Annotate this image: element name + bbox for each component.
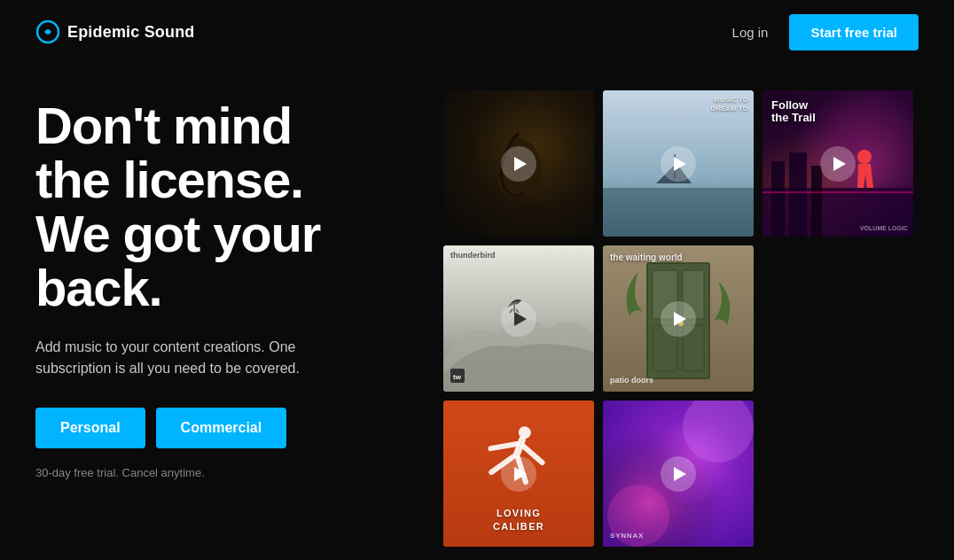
album-card-8[interactable]: SYNNAX	[603, 401, 754, 547]
play-button-7[interactable]	[501, 456, 536, 492]
album-title-5: the waiting world	[610, 253, 683, 263]
play-button-5[interactable]	[661, 301, 696, 337]
album-sublabel-5: patio doors	[610, 376, 653, 385]
album-card-4[interactable]: thunderbird tw	[443, 245, 594, 392]
album-title-7: LOVINGCALIBER	[443, 507, 594, 533]
svg-text:tw: tw	[453, 373, 462, 381]
album-card-7[interactable]: LOVINGCALIBER	[443, 401, 594, 547]
personal-button[interactable]: Personal	[35, 408, 145, 448]
hero-title: Don't mindthe license.We got yourback.	[35, 99, 417, 315]
album-card-2[interactable]: MUSIC TODREAM TO	[603, 90, 754, 237]
play-button-3[interactable]	[820, 146, 856, 182]
start-trial-button[interactable]: Start free trial	[789, 14, 919, 51]
album-label-3: VOLUME LOGIC	[860, 225, 908, 231]
play-button-1[interactable]	[501, 146, 536, 182]
logo[interactable]: Epidemic Sound	[35, 19, 195, 44]
album-card-3[interactable]: Followthe Trail VOLUME LOGIC	[762, 90, 913, 237]
hero-subtitle: Add music to your content creations. One…	[35, 337, 355, 379]
album-card-1[interactable]	[443, 90, 594, 237]
play-button-8[interactable]	[661, 456, 696, 492]
album-placeholder-6	[762, 245, 913, 392]
album-card-5[interactable]: the waiting world patio doors	[603, 245, 754, 392]
hero-section: Don't mindthe license.We got yourback. A…	[35, 82, 417, 479]
album-title-2: MUSIC TODREAM TO	[710, 96, 748, 114]
logo-text: Epidemic Sound	[67, 23, 195, 42]
album-badge-4: tw	[450, 369, 465, 386]
play-button-4[interactable]	[501, 301, 536, 337]
cta-buttons: Personal Commercial	[35, 408, 417, 448]
album-grid-section: MUSIC TODREAM TO	[417, 82, 919, 560]
commercial-button[interactable]: Commercial	[156, 408, 287, 448]
epidemic-sound-icon	[35, 19, 60, 44]
album-label-4: thunderbird	[450, 251, 496, 260]
trial-notice: 30-day free trial. Cancel anytime.	[35, 466, 417, 479]
play-button-2[interactable]	[661, 146, 696, 182]
login-button[interactable]: Log in	[732, 25, 769, 40]
album-label-8: SYNNAX	[610, 532, 644, 540]
